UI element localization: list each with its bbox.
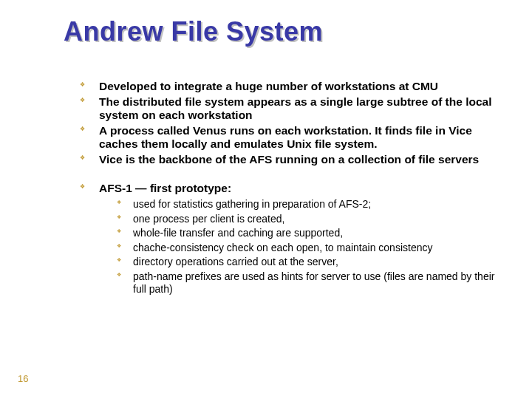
- bullet-text: Vice is the backbone of the AFS running …: [99, 153, 479, 166]
- page-number: 16: [18, 373, 28, 384]
- sub-bullet-item: directory operations carried out at the …: [117, 256, 502, 269]
- sub-bullet-item: used for statistics gathering in prepara…: [117, 198, 502, 211]
- slide: Andrew File System Developed to integrat…: [0, 0, 532, 399]
- main-bullet-item: The distributed file system appears as a…: [80, 95, 502, 123]
- sub-bullet-item: one process per client is created,: [117, 213, 502, 226]
- bullet-text: The distributed file system appears as a…: [99, 95, 491, 122]
- sub-bullet-item: path-name prefixes are used as hints for…: [117, 270, 502, 296]
- bullet-text: AFS-1 — first prototype:: [99, 182, 231, 194]
- main-bullet-item: Developed to integrate a huge number of …: [80, 80, 502, 94]
- main-bullet-list: Developed to integrate a huge number of …: [80, 80, 502, 298]
- sub-bullet-item: chache-consistency check on each open, t…: [117, 242, 502, 255]
- main-bullet-item: Vice is the backbone of the AFS running …: [80, 153, 502, 167]
- main-bullet-item: AFS-1 — first prototype:used for statist…: [80, 182, 502, 296]
- bullet-text: Developed to integrate a huge number of …: [99, 80, 438, 92]
- sub-bullet-list: used for statistics gathering in prepara…: [99, 198, 502, 296]
- sub-bullet-item: whole-file transfer and caching are supp…: [117, 227, 502, 240]
- bullet-text: A process called Venus runs on each work…: [99, 124, 472, 151]
- main-bullet-item: A process called Venus runs on each work…: [80, 124, 502, 151]
- slide-title: Andrew File System: [64, 16, 323, 47]
